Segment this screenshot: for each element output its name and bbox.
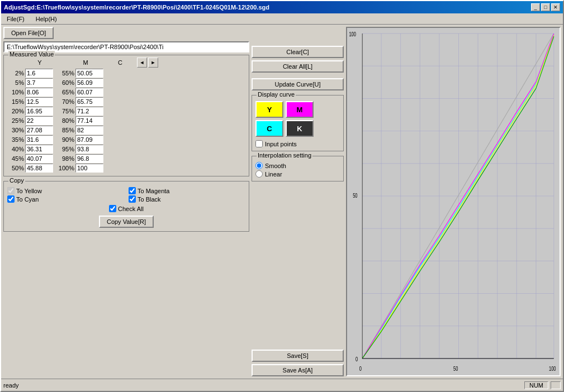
table-row: 35% xyxy=(7,135,53,144)
row-percent-label: 85% xyxy=(58,127,74,133)
row-percent-label: 30% xyxy=(7,127,24,133)
to-yellow-label: To Yellow xyxy=(16,188,42,194)
nav-right-button[interactable]: ► xyxy=(148,58,158,68)
row-value-input[interactable] xyxy=(75,78,103,87)
row-percent-label: 60% xyxy=(58,79,74,86)
table-row: 98% xyxy=(58,154,103,163)
row-value-input[interactable] xyxy=(25,97,53,106)
row-value-input[interactable] xyxy=(75,164,103,173)
table-row: 90% xyxy=(58,135,103,144)
row-percent-label: 80% xyxy=(58,117,74,124)
status-bar: ready NUM xyxy=(1,379,563,391)
nav-left-button[interactable]: ◄ xyxy=(137,58,147,68)
menu-file[interactable]: File(F) xyxy=(3,15,28,23)
content-area: Open File[O] E:\TrueflowWsys\system\reco… xyxy=(1,25,563,379)
row-value-input[interactable] xyxy=(75,97,103,106)
menu-help[interactable]: Help(H) xyxy=(32,15,60,23)
svg-text:50: 50 xyxy=(453,365,458,372)
save-button[interactable]: Save[S] xyxy=(252,350,344,362)
row-percent-label: 95% xyxy=(58,146,74,152)
row-value-input[interactable] xyxy=(25,116,53,125)
table-row: 10% xyxy=(7,88,53,97)
row-value-input[interactable] xyxy=(75,135,103,144)
right-data-column: 55% 60% 65% 70% 75% 80% 85% 90% 95% 98 xyxy=(58,69,103,173)
table-row: 25% xyxy=(7,116,53,125)
row-value-input[interactable] xyxy=(25,164,53,173)
table-row: 60% xyxy=(58,78,103,87)
maximize-button[interactable]: □ xyxy=(541,3,550,11)
row-value-input[interactable] xyxy=(25,78,53,87)
row-value-input[interactable] xyxy=(75,107,103,116)
row-percent-label: 10% xyxy=(7,89,24,95)
to-yellow-checkbox[interactable] xyxy=(7,187,15,194)
row-percent-label: 20% xyxy=(7,108,24,114)
col-header-c: C xyxy=(106,59,135,66)
row-value-input[interactable] xyxy=(75,145,103,154)
close-button[interactable]: ✕ xyxy=(551,3,560,11)
svg-text:0: 0 xyxy=(359,365,362,372)
status-text: ready xyxy=(3,382,524,389)
left-data-column: 2% 5% 10% 15% 20% 25% 30% 35% 40% 45% xyxy=(7,69,53,173)
interpolation-group: Interpolation setting Smooth Linear xyxy=(252,156,344,181)
col-header-y: Y xyxy=(25,59,54,66)
svg-text:100: 100 xyxy=(549,365,556,372)
linear-radio[interactable] xyxy=(255,170,263,178)
curve-c-button[interactable]: C xyxy=(255,120,283,137)
table-row: 80% xyxy=(58,116,103,125)
table-row: 85% xyxy=(58,126,103,135)
row-value-input[interactable] xyxy=(75,69,103,78)
save-as-button[interactable]: Save As[A] xyxy=(252,364,344,376)
check-all-checkbox[interactable] xyxy=(109,205,116,212)
row-percent-label: 75% xyxy=(58,108,74,114)
row-percent-label: 50% xyxy=(7,165,24,171)
row-value-input[interactable] xyxy=(75,88,103,97)
measured-value-group: Measured Value Y M C ◄ ► 2% xyxy=(3,55,249,176)
clear-all-button[interactable]: Clear All[L] xyxy=(252,60,344,73)
clear-button[interactable]: Clear[C] xyxy=(252,46,344,58)
row-value-input[interactable] xyxy=(75,126,103,135)
table-row: 5% xyxy=(7,78,53,87)
open-file-button[interactable]: Open File[O] xyxy=(3,27,54,39)
row-value-input[interactable] xyxy=(25,107,53,116)
linear-label: Linear xyxy=(265,171,282,178)
row-value-input[interactable] xyxy=(25,69,53,78)
input-points-checkbox[interactable] xyxy=(255,140,263,147)
copy-value-button[interactable]: Copy Value[R] xyxy=(99,216,154,228)
table-row: 65% xyxy=(58,88,103,97)
display-curve-label: Display curve xyxy=(257,91,296,98)
row-percent-label: 40% xyxy=(7,146,24,152)
chart-area: 100 50 0 0 50 100 xyxy=(347,28,560,375)
curve-m-button[interactable]: M xyxy=(286,101,314,118)
title-text: AdjustSgd:E:\Trueflow\sys\system\recorde… xyxy=(4,4,269,11)
num-indicator: NUM xyxy=(524,381,548,389)
table-row: 70% xyxy=(58,97,103,106)
update-curve-button[interactable]: Update Curve[U] xyxy=(252,78,344,90)
row-value-input[interactable] xyxy=(75,116,103,125)
row-percent-label: 55% xyxy=(58,70,74,77)
curve-y-button[interactable]: Y xyxy=(255,101,283,118)
title-bar-buttons: _ □ ✕ xyxy=(531,3,560,11)
to-black-label: To Black xyxy=(138,196,161,203)
smooth-label: Smooth xyxy=(265,162,286,169)
table-row: 55% xyxy=(58,69,103,78)
table-row: 30% xyxy=(7,126,53,135)
curve-k-button[interactable]: K xyxy=(286,120,314,137)
minimize-button[interactable]: _ xyxy=(531,3,540,11)
row-value-input[interactable] xyxy=(75,154,103,163)
table-row: 45% xyxy=(7,154,53,163)
svg-text:100: 100 xyxy=(349,31,356,38)
row-value-input[interactable] xyxy=(25,135,53,144)
title-bar: AdjustSgd:E:\Trueflow\sys\system\recorde… xyxy=(1,1,563,13)
chart-panel: 100 50 0 0 50 100 xyxy=(346,27,561,376)
smooth-radio[interactable] xyxy=(255,162,263,169)
table-row: 20% xyxy=(7,107,53,116)
row-value-input[interactable] xyxy=(25,126,53,135)
row-value-input[interactable] xyxy=(25,88,53,97)
to-black-checkbox[interactable] xyxy=(129,195,136,203)
row-value-input[interactable] xyxy=(25,145,53,154)
row-percent-label: 25% xyxy=(7,117,24,124)
check-all-label: Check All xyxy=(118,205,144,212)
row-value-input[interactable] xyxy=(25,154,53,163)
to-magenta-checkbox[interactable] xyxy=(129,187,136,194)
to-cyan-checkbox[interactable] xyxy=(7,195,15,203)
